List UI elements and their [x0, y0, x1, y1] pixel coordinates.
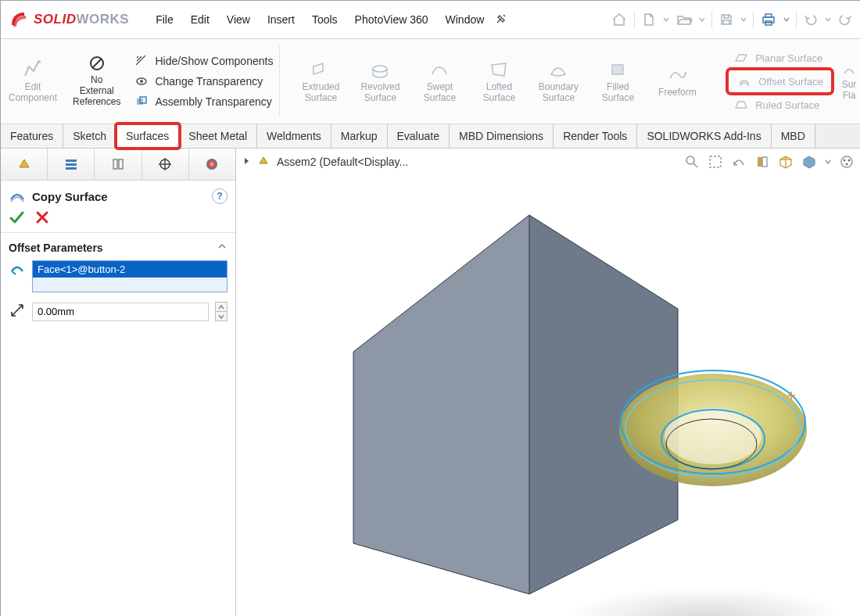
tab-mbd-dimensions[interactable]: MBD Dimensions [450, 124, 554, 148]
svg-point-28 [846, 163, 848, 165]
lofted-surface-button[interactable]: Lofted Surface [469, 39, 529, 124]
home-icon[interactable] [611, 12, 628, 27]
svg-rect-12 [66, 163, 77, 166]
propman-title: Copy Surface [32, 190, 108, 203]
propman-header: Copy Surface ? [1, 181, 235, 207]
display-style-icon[interactable] [801, 154, 817, 170]
print-icon[interactable] [760, 12, 777, 27]
zoom-to-fit-icon[interactable] [684, 154, 700, 170]
no-external-references-button[interactable]: No External References [65, 39, 128, 124]
dimxpert-manager-tab[interactable] [142, 149, 189, 180]
extruded-surface-button[interactable]: Extruded Surface [291, 39, 350, 124]
dropdown-icon[interactable] [699, 12, 705, 27]
edit-appearance-icon[interactable] [839, 154, 855, 170]
spinner-up[interactable] [215, 302, 228, 312]
tab-evaluate[interactable]: Evaluate [388, 124, 450, 148]
tab-mbd[interactable]: MBD [772, 124, 815, 148]
view-orientation-icon[interactable] [778, 154, 794, 170]
tab-solidworks-add-ins[interactable]: SOLIDWORKS Add-Ins [637, 124, 771, 148]
hide-show-items-icon[interactable] [825, 154, 831, 170]
undo-icon[interactable] [803, 12, 819, 27]
app-window: SOLIDWORKS File Edit View Insert Tools P… [0, 0, 860, 616]
menu-window[interactable]: Window [446, 13, 485, 26]
chevron-up-icon [217, 241, 228, 254]
tab-render-tools[interactable]: Render Tools [554, 124, 637, 148]
app-logo: SOLIDWORKS [9, 9, 152, 30]
dropdown-icon[interactable] [825, 12, 831, 27]
planar-surface[interactable]: Planar Surface [729, 50, 831, 66]
svg-point-25 [841, 156, 852, 167]
svg-line-5 [92, 59, 102, 68]
help-icon[interactable]: ? [212, 188, 228, 204]
graphics-viewport[interactable]: Assem2 (Default<Display... [236, 149, 860, 616]
selection-list[interactable]: Face<1>@button-2 [32, 260, 228, 292]
offset-surface[interactable]: Offset Surface [729, 70, 831, 92]
selected-face[interactable]: Face<1>@button-2 [33, 261, 227, 278]
offset-distance-row [9, 302, 228, 321]
hide-show-components[interactable]: Hide/Show Components [134, 54, 273, 68]
tab-sheet-metal[interactable]: Sheet Metal [179, 124, 257, 148]
property-manager-tab[interactable] [48, 149, 95, 180]
menu-tools[interactable]: Tools [312, 13, 338, 26]
app-title: SOLIDWORKS [34, 12, 129, 27]
tab-sketch[interactable]: Sketch [63, 124, 116, 148]
display-manager-tab[interactable] [189, 149, 235, 180]
flyout-expand-icon[interactable] [242, 156, 250, 168]
main-menus: File Edit View Insert Tools PhotoView 36… [156, 13, 484, 26]
group-header[interactable]: Offset Parameters [9, 241, 228, 254]
svg-line-21 [693, 163, 697, 167]
command-manager-tabs: Features Sketch Surfaces Sheet Metal Wel… [1, 124, 860, 149]
ribbon: Edit Component No External References Hi… [1, 39, 860, 124]
ribbon-transparency-list: Hide/Show Components Change Transparency… [128, 39, 279, 124]
surface-flatten-button[interactable]: Sur Fla [837, 39, 860, 124]
new-icon[interactable] [641, 12, 657, 27]
svg-point-7 [140, 80, 143, 83]
section-view-icon[interactable] [754, 154, 770, 170]
swept-surface-button[interactable]: Swept Surface [410, 39, 469, 124]
assembly-transparency[interactable]: Assembly Transparency [134, 95, 273, 109]
tab-weldments[interactable]: Weldments [257, 124, 331, 148]
svg-rect-14 [113, 159, 117, 169]
offset-distance-icon [9, 302, 26, 321]
viewport-header: Assem2 (Default<Display... [242, 153, 855, 170]
tab-features[interactable]: Features [1, 124, 63, 148]
torus-geometry [604, 344, 822, 516]
offset-distance-input[interactable] [32, 303, 209, 321]
ruled-surface[interactable]: Ruled Surface [729, 97, 831, 113]
svg-point-27 [848, 159, 851, 161]
menu-view[interactable]: View [227, 13, 250, 26]
svg-rect-24 [762, 157, 767, 167]
configuration-manager-tab[interactable] [95, 149, 142, 180]
tab-markup[interactable]: Markup [331, 124, 388, 148]
offset-parameters-group: Offset Parameters Face<1>@button-2 [1, 233, 235, 326]
dropdown-icon[interactable] [783, 12, 790, 27]
ok-button[interactable] [9, 210, 24, 224]
revolved-surface-button[interactable]: Revolved Surface [350, 39, 410, 124]
menu-edit[interactable]: Edit [191, 13, 210, 26]
tab-surfaces[interactable]: Surfaces [116, 124, 179, 148]
body: Copy Surface ? Offset Parameters Face<1>… [1, 149, 860, 616]
menu-bar: SOLIDWORKS File Edit View Insert Tools P… [1, 1, 860, 39]
previous-view-icon[interactable] [731, 154, 747, 170]
menu-photoview[interactable]: PhotoView 360 [355, 13, 428, 26]
zoom-to-area-icon[interactable] [708, 154, 723, 170]
save-icon[interactable] [718, 12, 734, 27]
boundary-surface-button[interactable]: Boundary Surface [529, 39, 588, 124]
open-icon[interactable] [675, 12, 693, 27]
model-canvas[interactable] [236, 172, 860, 616]
dropdown-icon[interactable] [740, 12, 747, 27]
spinner-down[interactable] [215, 312, 228, 321]
change-transparency[interactable]: Change Transparency [134, 74, 273, 88]
pin-icon[interactable] [495, 13, 507, 27]
redo-icon[interactable] [837, 12, 853, 27]
edit-component-button[interactable]: Edit Component [1, 39, 65, 124]
cancel-button[interactable] [35, 210, 49, 224]
menu-file[interactable]: File [156, 13, 174, 26]
side-panel-tabs [1, 149, 235, 181]
filled-surface-button[interactable]: Filled Surface [588, 39, 647, 124]
freeform-button[interactable]: Freeform [647, 39, 707, 124]
menu-insert[interactable]: Insert [267, 13, 295, 26]
solidworks-logo-icon [9, 9, 29, 30]
feature-manager-tab[interactable] [1, 149, 48, 180]
dropdown-icon[interactable] [663, 12, 669, 27]
